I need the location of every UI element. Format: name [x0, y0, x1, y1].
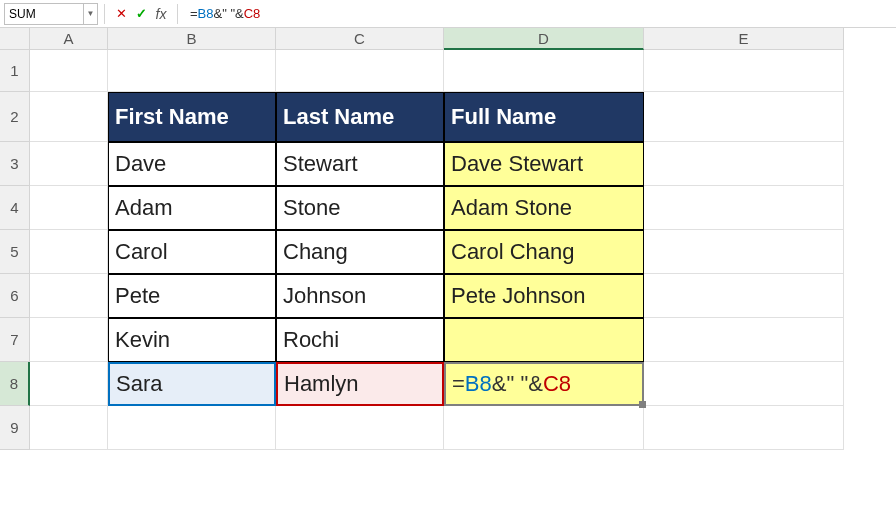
cell[interactable] — [30, 186, 108, 230]
cell[interactable] — [30, 230, 108, 274]
formula-ref-b: B8 — [465, 371, 492, 397]
cell[interactable] — [644, 230, 844, 274]
cell[interactable] — [30, 362, 108, 406]
cell-full[interactable]: Pete Johnson — [444, 274, 644, 318]
table-row: 2 First Name Last Name Full Name — [0, 92, 896, 142]
cancel-icon[interactable]: ✕ — [111, 4, 131, 24]
divider — [177, 4, 178, 24]
cell-first[interactable]: Dave — [108, 142, 276, 186]
cell-full[interactable]: Carol Chang — [444, 230, 644, 274]
cell[interactable] — [30, 274, 108, 318]
col-header-e[interactable]: E — [644, 28, 844, 50]
col-header-c[interactable]: C — [276, 28, 444, 50]
formula-op: &" "& — [214, 6, 244, 21]
cell-last[interactable]: Johnson — [276, 274, 444, 318]
table-row: 9 — [0, 406, 896, 450]
cell-full[interactable]: Dave Stewart — [444, 142, 644, 186]
formula-ref-c: C8 — [543, 371, 571, 397]
row-header-4[interactable]: 4 — [0, 186, 30, 230]
cell[interactable] — [644, 362, 844, 406]
header-full-name[interactable]: Full Name — [444, 92, 644, 142]
cell-last[interactable]: Rochi — [276, 318, 444, 362]
cell-last-ref[interactable]: Hamlyn — [276, 362, 444, 406]
table-row: 5 Carol Chang Carol Chang — [0, 230, 896, 274]
cell-full[interactable]: Adam Stone — [444, 186, 644, 230]
cell[interactable] — [444, 406, 644, 450]
name-box-dropdown[interactable]: ▼ — [84, 3, 98, 25]
cell[interactable] — [644, 406, 844, 450]
formula-op: &" "& — [492, 371, 543, 397]
table-row: 6 Pete Johnson Pete Johnson — [0, 274, 896, 318]
cell[interactable] — [30, 92, 108, 142]
cell-full[interactable] — [444, 318, 644, 362]
row-header-9[interactable]: 9 — [0, 406, 30, 450]
fx-icon[interactable]: fx — [151, 4, 171, 24]
cell[interactable] — [644, 318, 844, 362]
formula-eq: = — [190, 6, 198, 21]
col-header-b[interactable]: B — [108, 28, 276, 50]
cell[interactable] — [108, 406, 276, 450]
cell-last[interactable]: Stone — [276, 186, 444, 230]
cell[interactable] — [276, 406, 444, 450]
confirm-icon[interactable]: ✓ — [131, 4, 151, 24]
cell[interactable] — [276, 50, 444, 92]
row-header-3[interactable]: 3 — [0, 142, 30, 186]
header-last-name[interactable]: Last Name — [276, 92, 444, 142]
row-header-7[interactable]: 7 — [0, 318, 30, 362]
column-headers: A B C D E — [0, 28, 896, 50]
cell-first[interactable]: Adam — [108, 186, 276, 230]
fill-handle[interactable] — [639, 401, 646, 408]
row-header-6[interactable]: 6 — [0, 274, 30, 318]
table-row: 1 — [0, 50, 896, 92]
cell[interactable] — [644, 186, 844, 230]
select-all-corner[interactable] — [0, 28, 30, 50]
cell-first-ref[interactable]: Sara — [108, 362, 276, 406]
cell[interactable] — [644, 142, 844, 186]
formula-ref-c: C8 — [244, 6, 261, 21]
spreadsheet-grid: A B C D E 1 2 First Name Last Name Full … — [0, 28, 896, 450]
row-header-8[interactable]: 8 — [0, 362, 30, 406]
cell[interactable] — [444, 50, 644, 92]
cell[interactable] — [30, 406, 108, 450]
cell-first[interactable]: Carol — [108, 230, 276, 274]
formula-eq: = — [452, 371, 465, 397]
name-box[interactable]: SUM — [4, 3, 84, 25]
cell-editing[interactable]: =B8&" "&C8 — [444, 362, 644, 406]
cell-first[interactable]: Kevin — [108, 318, 276, 362]
table-row: 8 Sara Hamlyn =B8&" "&C8 — [0, 362, 896, 406]
row-header-5[interactable]: 5 — [0, 230, 30, 274]
cell[interactable] — [30, 142, 108, 186]
cell-last[interactable]: Chang — [276, 230, 444, 274]
col-header-d[interactable]: D — [444, 28, 644, 50]
row-header-2[interactable]: 2 — [0, 92, 30, 142]
divider — [104, 4, 105, 24]
cell[interactable] — [644, 50, 844, 92]
formula-ref-b: B8 — [198, 6, 214, 21]
row-header-1[interactable]: 1 — [0, 50, 30, 92]
header-first-name[interactable]: First Name — [108, 92, 276, 142]
col-header-a[interactable]: A — [30, 28, 108, 50]
cell[interactable] — [108, 50, 276, 92]
cell-last[interactable]: Stewart — [276, 142, 444, 186]
table-row: 7 Kevin Rochi — [0, 318, 896, 362]
table-row: 4 Adam Stone Adam Stone — [0, 186, 896, 230]
cell[interactable] — [644, 92, 844, 142]
cell[interactable] — [30, 318, 108, 362]
formula-input[interactable]: =B8&" "&C8 — [184, 3, 896, 25]
formula-bar: SUM ▼ ✕ ✓ fx =B8&" "&C8 — [0, 0, 896, 28]
cell[interactable] — [30, 50, 108, 92]
cell[interactable] — [644, 274, 844, 318]
cell-first[interactable]: Pete — [108, 274, 276, 318]
table-row: 3 Dave Stewart Dave Stewart — [0, 142, 896, 186]
